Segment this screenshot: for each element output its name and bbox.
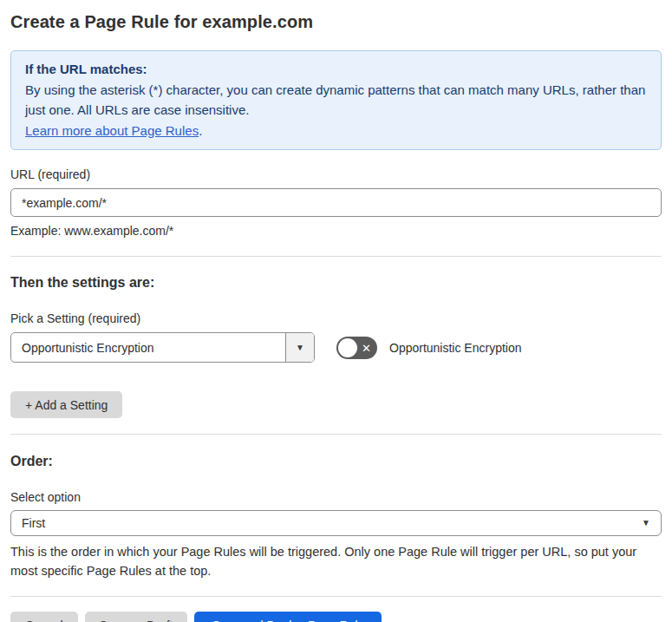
toggle-knob: [338, 338, 357, 357]
chevron-down-icon: ▼: [642, 519, 650, 527]
learn-more-link[interactable]: Learn more about Page Rules: [25, 123, 199, 138]
page-rule-form: Create a Page Rule for example.com If th…: [0, 0, 672, 622]
setting-dropdown-value: Opportunistic Encryption: [11, 333, 285, 362]
chevron-down-icon: ▼: [296, 344, 304, 352]
divider: [10, 596, 662, 597]
settings-section-heading: Then the settings are:: [10, 275, 662, 291]
save-draft-button[interactable]: Save as Draft: [85, 612, 188, 622]
order-select[interactable]: First ▼: [10, 510, 662, 536]
opportunistic-encryption-toggle[interactable]: ✕: [336, 337, 377, 359]
url-example-helper: Example: www.example.com/*: [10, 222, 662, 240]
infobox-body: By using the asterisk (*) character, you…: [25, 80, 647, 121]
page-title: Create a Page Rule for example.com: [10, 12, 662, 32]
add-setting-button[interactable]: + Add a Setting: [10, 391, 122, 418]
toggle-off-x-icon: ✕: [362, 342, 371, 353]
order-select-value: First: [22, 516, 45, 530]
cancel-button[interactable]: Cancel: [10, 612, 78, 622]
infobox-link-line: Learn more about Page Rules.: [25, 121, 647, 141]
divider: [10, 256, 662, 257]
toggle-label: Opportunistic Encryption: [389, 341, 522, 355]
setting-dropdown[interactable]: Opportunistic Encryption ▼: [10, 332, 315, 363]
setting-dropdown-button[interactable]: ▼: [285, 333, 314, 362]
divider: [10, 434, 662, 435]
order-section-heading: Order:: [10, 454, 662, 469]
select-option-label: Select option: [10, 490, 662, 504]
pick-setting-label: Pick a Setting (required): [10, 311, 662, 325]
infobox-heading: If the URL matches:: [25, 59, 647, 80]
footer-actions: Cancel Save as Draft Save and Deploy Pag…: [10, 612, 662, 622]
url-matches-infobox: If the URL matches: By using the asteris…: [10, 50, 662, 150]
save-deploy-button[interactable]: Save and Deploy Page Rule: [194, 612, 382, 622]
setting-row: Opportunistic Encryption ▼ ✕ Opportunist…: [10, 332, 662, 363]
url-input[interactable]: [10, 188, 662, 217]
order-helper-text: This is the order in which your Page Rul…: [10, 542, 662, 580]
url-field-label: URL (required): [10, 167, 662, 181]
toggle-group: ✕ Opportunistic Encryption: [336, 337, 522, 359]
link-suffix: .: [199, 123, 202, 138]
